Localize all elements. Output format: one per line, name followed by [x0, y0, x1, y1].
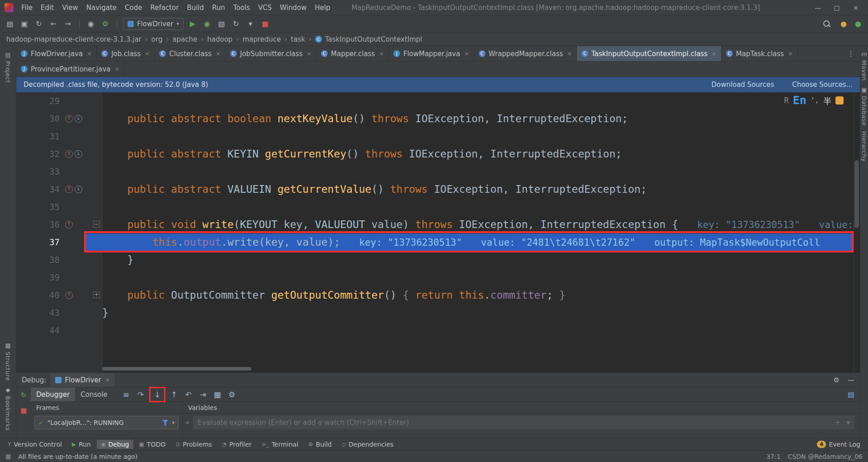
close-icon[interactable]: × [216, 50, 221, 57]
close-icon[interactable]: × [379, 50, 384, 57]
run-icon[interactable]: ▶ [187, 19, 198, 29]
show-execution-point-icon[interactable]: ≡ [120, 389, 132, 400]
breadcrumb-item[interactable]: hadoop [206, 35, 233, 43]
editor-tab-job-class[interactable]: CJob.class× [97, 46, 155, 61]
stop-icon[interactable]: ■ [259, 19, 270, 29]
sync-icon[interactable]: ↻ [33, 19, 44, 29]
menu-help[interactable]: Help [311, 0, 334, 15]
code-line-39[interactable]: 39 [16, 269, 854, 286]
close-icon[interactable]: × [307, 50, 311, 57]
editor-tab-maptask-class[interactable]: CMapTask.class× [722, 46, 798, 61]
menu-tools[interactable]: Tools [229, 0, 254, 15]
debug-session-tab[interactable]: FlowDriver × [51, 373, 114, 387]
code-line-43[interactable]: 43} [16, 304, 854, 322]
step-over-icon[interactable]: ↷ [135, 389, 146, 400]
line-number[interactable]: 43 [16, 304, 61, 322]
editor-tab-flowmapper-java[interactable]: JFlowMapper.java× [389, 46, 474, 61]
menu-code[interactable]: Code [121, 0, 146, 15]
step-out-icon[interactable]: ↑ [168, 389, 180, 400]
override-marker-icon[interactable]: ↑ [65, 115, 73, 123]
editor-tab-taskinputoutputcontextimpl-class[interactable]: CTaskInputOutputContextImpl.class× [577, 46, 722, 61]
tool-stripe-hierarchy[interactable]: Hierarchy [861, 131, 868, 162]
editor-tab-jobsubmitter-class[interactable]: CJobSubmitter.class× [226, 46, 316, 61]
close-icon[interactable]: × [788, 50, 793, 57]
close-icon[interactable]: × [145, 50, 150, 57]
tab-debugger[interactable]: Debugger [31, 387, 75, 401]
todo-tool-button[interactable]: ▣TODO [135, 440, 170, 449]
close-icon[interactable]: × [115, 66, 120, 72]
code-line-30[interactable]: 30↑↓public abstract boolean nextKeyValue… [16, 110, 854, 128]
scrollbar-thumb[interactable] [854, 160, 859, 228]
line-number[interactable]: 39 [16, 269, 61, 286]
menu-navigate[interactable]: Navigate [82, 0, 121, 15]
version-control-tool-button[interactable]: YVersion Control [4, 440, 66, 449]
editor-tab-wrappedmapper-class[interactable]: CWrappedMapper.class× [474, 46, 577, 61]
editor-tab-flowdriver-java[interactable]: JFlowDriver.java× [16, 46, 97, 61]
drop-frame-icon[interactable]: ↶ [183, 389, 194, 400]
evaluate-expression-input[interactable]: Evaluate expression (Enter) or add a wat… [193, 416, 854, 429]
stop-process-icon[interactable]: ■ [20, 406, 27, 414]
implement-marker-icon[interactable]: ↓ [75, 150, 82, 158]
implement-marker-icon[interactable]: ↓ [75, 186, 82, 193]
forward-icon[interactable]: → [62, 19, 73, 29]
coverage-icon[interactable]: ▧ [216, 19, 227, 29]
back-icon[interactable]: ← [48, 19, 59, 29]
line-number[interactable]: 31 [16, 128, 61, 145]
profiler-tool-button[interactable]: ◔Profiler [218, 440, 256, 449]
thread-selector[interactable]: ✓ "LocalJobR...": RUNNING ▾ [34, 416, 179, 429]
run-configuration-select[interactable]: FlowDriver ▾ [123, 18, 184, 30]
menu-run[interactable]: Run [208, 0, 229, 15]
ime-language-indicator[interactable]: En [793, 94, 807, 107]
search-icon[interactable] [823, 20, 831, 28]
chevron-down-icon[interactable]: ▾ [846, 419, 850, 427]
editor-tab-mapper-class[interactable]: CMapper.class× [316, 46, 389, 61]
open-project-icon[interactable]: ▤ [5, 19, 15, 29]
breadcrumb-item[interactable]: hadoop-mapreduce-client-core-3.1.3.jar [5, 35, 142, 43]
code-line-29[interactable]: 29 [16, 92, 854, 110]
close-icon[interactable]: × [87, 50, 92, 57]
close-icon[interactable]: × [712, 50, 717, 57]
tool-stripe-bookmarks[interactable]: Bookmarks [5, 396, 11, 431]
filter-icon[interactable] [162, 420, 168, 426]
code-line-32[interactable]: 32↑↓public abstract KEYIN getCurrentKey(… [16, 145, 854, 163]
line-number[interactable]: 32 [16, 145, 61, 163]
debug-tool-button[interactable]: ◉Debug [97, 440, 133, 449]
add-watch-icon[interactable]: + [835, 419, 840, 427]
line-number[interactable]: 34 [16, 181, 61, 198]
view-options-icon[interactable]: ⚙ [226, 389, 238, 400]
close-icon[interactable]: × [846, 0, 865, 15]
line-number[interactable]: 30 [16, 110, 61, 128]
menu-refactor[interactable]: Refactor [146, 0, 183, 15]
line-number[interactable]: 38 [16, 251, 61, 269]
implement-marker-icon[interactable]: ↓ [75, 115, 82, 123]
dependencies-tool-button[interactable]: ◇Dependencies [338, 440, 398, 449]
override-marker-icon[interactable]: ↑ [65, 221, 73, 229]
problems-tool-button[interactable]: ⊙Problems [171, 440, 216, 449]
code-line-36[interactable]: 36↑−public void write(KEYOUT key, VALUEO… [16, 216, 854, 233]
gear-icon[interactable]: ⚙ [834, 376, 840, 384]
save-all-icon[interactable]: ▣ [19, 19, 30, 29]
expand-chevrons-icon[interactable]: » [185, 419, 189, 427]
line-number[interactable]: 37 [16, 233, 61, 251]
code-editor[interactable]: 2930↑↓public abstract boolean nextKeyVal… [16, 92, 860, 372]
run-dropdown-icon[interactable]: ▾ [245, 19, 256, 29]
tool-window-switcher-icon[interactable]: ▦ [5, 453, 11, 460]
profiler-icon[interactable]: ↻ [231, 19, 241, 29]
line-number[interactable]: 33 [16, 163, 61, 181]
hide-panel-icon[interactable]: — [848, 376, 854, 384]
choose-sources-link[interactable]: Choose Sources... [792, 81, 853, 89]
line-number[interactable]: 29 [16, 92, 61, 110]
terminal-tool-button[interactable]: >_Terminal [258, 440, 302, 449]
code-line-33[interactable]: 33 [16, 163, 854, 181]
close-icon[interactable]: × [567, 50, 572, 57]
code-line-34[interactable]: 34↑↓public abstract VALUEIN getCurrentVa… [16, 181, 854, 198]
maximize-icon[interactable]: ▢ [827, 0, 846, 15]
event-log-button[interactable]: 4 Event Log [813, 440, 864, 449]
breadcrumb-item[interactable]: apache [171, 35, 198, 43]
fold-marker[interactable]: − [93, 221, 100, 228]
tool-stripe-structure[interactable]: Structure [5, 352, 11, 381]
code-line-40[interactable]: 40↑+public OutputCommitter getOutputComm… [16, 286, 854, 304]
build-tool-button[interactable]: ⚙Build [304, 440, 336, 449]
vertical-scrollbar[interactable] [854, 92, 860, 372]
code-line-35[interactable]: 35 [16, 198, 854, 216]
